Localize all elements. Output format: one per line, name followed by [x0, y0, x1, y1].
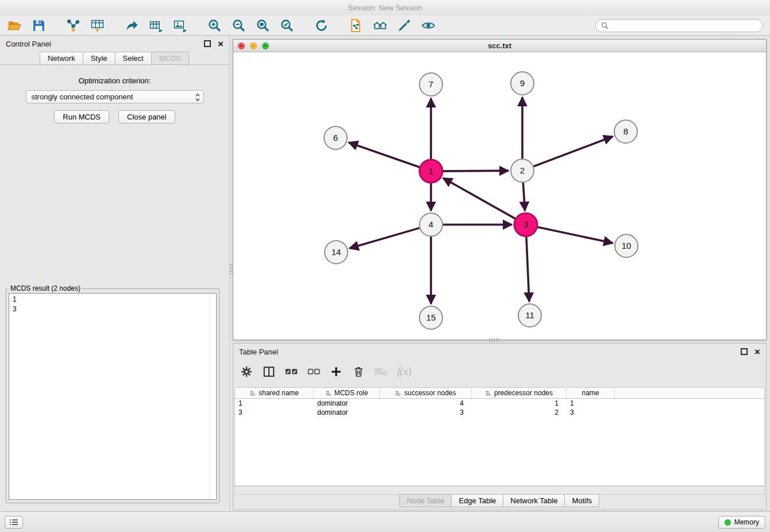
zoom-selected-button[interactable] [278, 17, 295, 34]
table-cell[interactable]: 3 [235, 408, 314, 417]
import-table-button[interactable] [88, 17, 106, 34]
chevron-up-down-icon [195, 92, 201, 104]
export-network-button[interactable] [123, 17, 140, 34]
graph-edge-1-2[interactable] [443, 171, 509, 171]
split-columns-button[interactable] [263, 365, 275, 378]
table-cell[interactable]: dominator [314, 399, 380, 407]
tab-mcds[interactable]: MCDS [151, 52, 189, 65]
tab-motifs[interactable]: Motifs [564, 494, 599, 507]
tab-network[interactable]: Network [40, 52, 83, 65]
control-panel-header: Control Panel × [0, 36, 229, 52]
close-panel-button[interactable]: Close panel [118, 110, 175, 124]
search-icon [601, 22, 609, 29]
graph-node-label-3: 3 [523, 219, 528, 229]
table-cell[interactable]: 1 [472, 399, 567, 407]
graph-edge-4-14[interactable] [349, 228, 419, 248]
close-icon[interactable]: × [754, 347, 760, 357]
export-table-icon [149, 18, 163, 33]
table-cell[interactable]: 1 [235, 399, 314, 407]
tab-network-table[interactable]: Network Table [503, 494, 565, 507]
graph-edge-3-10[interactable] [538, 227, 613, 243]
task-history-button[interactable] [5, 516, 23, 529]
column-header-filler [615, 388, 764, 398]
tab-select[interactable]: Select [115, 52, 152, 65]
network-graph[interactable]: 7968124314101511 [233, 52, 766, 340]
minimize-window-icon[interactable]: − [250, 43, 257, 49]
table-cell[interactable]: dominator [314, 408, 380, 417]
save-icon [32, 18, 46, 33]
delete-row-button[interactable] [352, 365, 365, 378]
save-session-button[interactable] [30, 17, 47, 34]
graph-edge-1-6[interactable] [349, 142, 420, 167]
paste-network-button[interactable] [347, 17, 364, 34]
table-cell[interactable]: 2 [472, 408, 567, 417]
table-panel-title: Table Panel [239, 348, 278, 356]
export-image-button[interactable] [171, 17, 188, 34]
column-header-successor-nodes[interactable]: successor nodes [380, 388, 472, 398]
graph-edge-2-8[interactable] [534, 136, 613, 166]
function-builder-button: f(x) [397, 366, 411, 378]
zoom-fit-icon [256, 18, 270, 33]
network-window: × − + scc.txt 7968124314101511 [233, 39, 767, 340]
table-cell[interactable]: 3 [567, 408, 615, 417]
import-network-button[interactable] [64, 17, 82, 34]
graph-node-label-11: 11 [525, 310, 534, 320]
table-row[interactable]: 1dominator411 [235, 399, 764, 408]
table-row[interactable]: 3dominator323 [235, 408, 764, 417]
zoom-in-button[interactable] [206, 17, 223, 34]
table-panel-tabbar: Node Table Edge Table Network Table Moti… [233, 494, 766, 507]
tab-style[interactable]: Style [83, 52, 116, 65]
import-table-icon [90, 18, 105, 33]
column-header-shared-name[interactable]: shared name [235, 388, 314, 398]
table-panel-header: Table Panel × [233, 344, 766, 360]
table-cell[interactable]: 4 [380, 399, 472, 407]
memory-button[interactable]: Memory [718, 516, 765, 529]
table-cell[interactable]: 1 [567, 399, 615, 407]
graph-node-label-14: 14 [332, 247, 341, 257]
network-canvas[interactable]: 7968124314101511 [233, 52, 766, 340]
tab-node-table[interactable]: Node Table [399, 494, 452, 507]
import-table-disabled-button [375, 365, 387, 378]
network-overview-button[interactable] [371, 17, 388, 34]
sort-icon [249, 390, 256, 396]
zoom-in-icon [207, 18, 222, 33]
tab-edge-table[interactable]: Edge Table [451, 494, 503, 507]
optimization-select[interactable]: strongly connected component [26, 90, 204, 103]
close-window-icon[interactable]: × [238, 43, 245, 49]
table-cell[interactable]: 3 [380, 408, 472, 417]
table-settings-button[interactable] [240, 365, 253, 378]
vertical-splitter-grip[interactable] [229, 264, 233, 276]
zoom-out-button[interactable] [230, 17, 247, 34]
export-table-button[interactable] [147, 17, 164, 34]
float-window-icon[interactable] [204, 40, 211, 47]
status-bar: Memory [0, 511, 770, 532]
table-horizontal-scrollbar[interactable] [234, 486, 765, 495]
column-header-name[interactable]: name [567, 388, 615, 398]
memory-status-icon [725, 519, 731, 526]
column-header-predecessor-nodes[interactable]: predecessor nodes [472, 388, 567, 398]
close-icon[interactable]: × [218, 39, 224, 49]
add-row-button[interactable] [330, 365, 342, 378]
open-file-button[interactable] [6, 17, 23, 34]
apply-style-button[interactable] [395, 17, 413, 34]
network-window-titlebar[interactable]: × − + scc.txt [233, 40, 766, 52]
graph-edge-2-3[interactable] [523, 183, 525, 211]
show-hide-graphics-button[interactable] [419, 17, 437, 34]
graph-node-label-10: 10 [622, 241, 632, 250]
select-all-columns-button[interactable] [285, 365, 298, 378]
column-header-mcds-role[interactable]: MCDS role [314, 388, 380, 398]
main-toolbar [0, 16, 770, 36]
refresh-view-button[interactable] [313, 17, 330, 34]
zoom-window-icon[interactable]: + [262, 43, 269, 49]
graph-edge-3-1[interactable] [443, 178, 515, 219]
search-input[interactable] [612, 21, 757, 30]
eye-icon [421, 18, 436, 33]
mcds-result-text[interactable]: 1 3 [9, 293, 217, 500]
zoom-fit-button[interactable] [254, 17, 271, 34]
float-window-icon[interactable] [741, 348, 748, 355]
horizontal-splitter-grip[interactable] [490, 338, 501, 342]
unselect-all-columns-button[interactable] [307, 365, 320, 378]
graph-node-label-2: 2 [520, 165, 525, 175]
graph-edge-3-11[interactable] [526, 237, 529, 302]
run-mcds-button[interactable]: Run MCDS [54, 110, 109, 124]
